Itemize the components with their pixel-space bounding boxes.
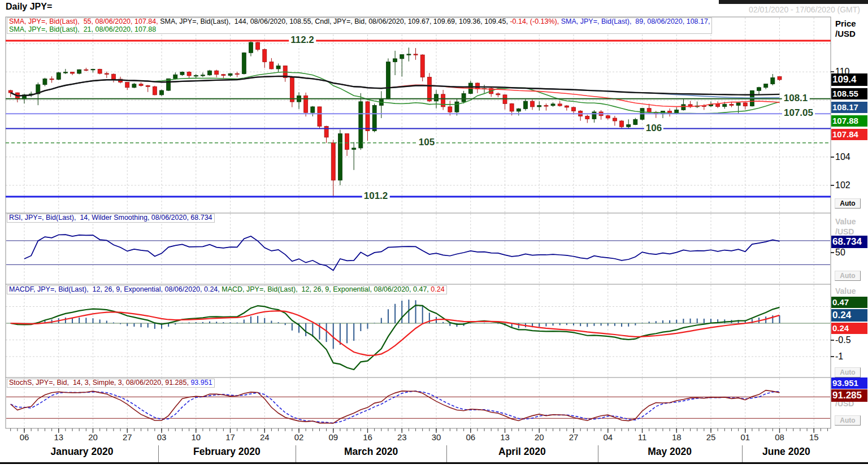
candle-body [730,104,734,105]
candle-body [585,116,589,119]
candle-body [98,69,102,73]
candle-body [510,103,514,111]
candle-body [111,74,115,79]
candle-body [146,86,150,87]
candle-body [77,70,81,73]
candle-body [757,88,761,91]
candle-body [63,72,67,73]
chart-canvas [0,0,868,473]
candle-body [352,148,356,150]
candle-body [537,106,541,107]
candle-body [736,103,740,106]
sma-21-line [11,72,780,114]
candle-body [331,143,335,180]
candle-body [304,96,308,112]
macd-auto-button[interactable]: Auto [835,367,861,377]
candle-body [606,116,610,118]
rsi-panel-group [6,235,831,270]
candle-body [222,75,225,76]
candle-body [435,94,439,101]
candle-body [523,101,527,109]
candle-body [682,105,685,110]
candle-body [84,70,88,70]
rsi-auto-button[interactable]: Auto [835,271,861,281]
candle-body [565,106,568,107]
candle-body [139,84,143,86]
candle-body [675,110,679,113]
candle-body [407,54,411,55]
candle-body [420,55,424,77]
candle-body [620,121,624,127]
candle-body [531,101,535,107]
candle-body [215,71,219,75]
candle-body [338,134,342,180]
candle-body [276,66,280,69]
candle-body [592,112,596,119]
candle-body [633,119,637,124]
candle-body [194,75,198,76]
candle-body [256,42,260,50]
candle-body [723,104,727,106]
candle-body [263,50,267,62]
candle-body [558,104,562,106]
candle-body [544,106,548,106]
candle-body [627,125,631,127]
chart-window: Daily JPY= 02/01/2020 - 17/06/2020 (GMT)… [0,0,868,473]
candle-body [290,77,294,102]
candle-body [427,77,431,101]
candle-body [414,54,418,55]
candle-body [160,90,164,95]
candle-body [71,72,75,73]
candle-body [462,94,466,102]
candle-body [572,107,576,111]
candle-body [345,134,349,150]
candle-body [318,107,322,127]
candle-body [91,69,95,70]
candle-body [400,55,404,59]
chart-frame [6,17,831,428]
price-panel-group [8,40,782,197]
stoch-auto-button[interactable]: Auto [835,415,861,426]
candle-body [208,71,212,75]
candle-body [359,102,363,148]
candle-body [455,102,459,112]
candle-body [448,107,452,112]
candle-body [235,73,239,74]
candle-body [778,76,782,80]
candle-body [125,83,129,88]
macd-panel-group [6,300,831,370]
candle-body [771,77,775,84]
candle-body [57,73,60,80]
candle-body [173,75,177,79]
candle-body [743,103,747,106]
candle-body [372,105,376,131]
stoch-panel-group [6,390,831,423]
candle-body [647,109,651,112]
candle-body [764,84,768,88]
candle-body [228,73,232,75]
candle-body [132,84,136,88]
candle-body [249,42,253,53]
candle-body [386,62,390,99]
candle-body [187,72,191,76]
candle-body [242,53,246,73]
candle-body [613,118,617,121]
candle-body [153,86,157,95]
candle-body [50,79,54,79]
candle-body [180,72,184,75]
candle-body [366,102,370,131]
candle-body [324,127,328,137]
candle-body [393,59,397,62]
candle-body [8,90,12,93]
candle-body [311,107,315,112]
candle-body [716,104,720,106]
candle-body [105,73,108,74]
candle-body [496,94,500,95]
candle-body [201,75,205,76]
candle-body [517,109,520,111]
candle-body [43,79,47,84]
candle-body [551,104,555,106]
price-auto-button[interactable]: Auto [835,198,861,209]
candle-body [270,62,274,69]
